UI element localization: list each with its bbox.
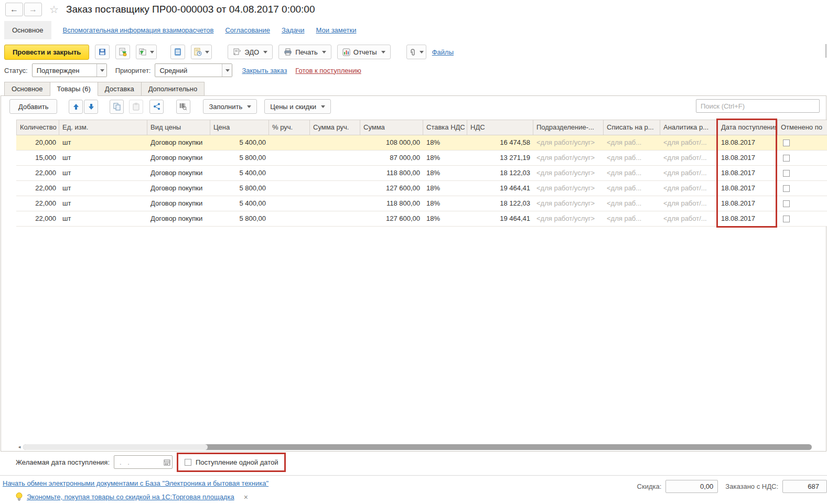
cell-price-type[interactable]: Договор покупки <box>147 196 210 211</box>
cell-department[interactable]: <для работ/услуг> <box>533 181 604 196</box>
promo-link[interactable]: Экономьте, покупая товары со скидкой на … <box>27 493 234 501</box>
status-select[interactable]: Подтвержден <box>32 63 107 77</box>
col-quantity[interactable]: Количество <box>16 120 59 135</box>
priority-dropdown-button[interactable] <box>222 64 232 77</box>
close-icon[interactable]: × <box>244 493 248 501</box>
cell-price-type[interactable]: Договор покупки <box>147 135 210 150</box>
cell-unit[interactable]: шт <box>59 151 147 165</box>
paste-row-button[interactable] <box>129 100 143 114</box>
cell-manual-pct[interactable] <box>269 211 310 226</box>
cell-vat[interactable]: 18 122,03 <box>467 196 533 211</box>
cell-price[interactable]: 5 400,00 <box>210 196 269 211</box>
post-document-button[interactable] <box>115 45 130 59</box>
col-manual-pct[interactable]: % руч. <box>269 120 310 135</box>
priority-select[interactable]: Средний <box>155 63 232 77</box>
cell-unit[interactable]: шт <box>59 196 147 211</box>
col-vat-rate[interactable]: Ставка НДС <box>423 120 467 135</box>
cell-unit[interactable]: шт <box>59 135 147 150</box>
share-button[interactable] <box>149 100 164 114</box>
cell-department[interactable]: <для работ/услуг> <box>533 196 604 211</box>
cancelled-checkbox[interactable] <box>783 216 790 222</box>
search-input[interactable] <box>696 100 819 112</box>
table-row[interactable]: 22,000 шт Договор покупки 5 400,00 118 8… <box>16 196 827 211</box>
edi-exchange-link[interactable]: Начать обмен электронными документами с … <box>3 479 268 487</box>
tab-delivery[interactable]: Доставка <box>98 82 142 96</box>
tab-additional[interactable]: Дополнительно <box>142 82 205 96</box>
cell-manual-pct[interactable] <box>269 151 310 165</box>
cancelled-checkbox[interactable] <box>783 170 790 177</box>
scrollbar-track[interactable] <box>23 444 812 450</box>
nav-item-approval[interactable]: Согласование <box>225 26 270 34</box>
cancelled-checkbox[interactable] <box>783 200 790 207</box>
close-order-link[interactable]: Закрыть заказ <box>242 67 287 74</box>
move-down-button[interactable] <box>84 100 98 114</box>
create-based-on-button[interactable] <box>136 45 157 59</box>
cell-vat[interactable]: 19 464,41 <box>467 211 533 226</box>
cell-analytics[interactable]: <для работ/... <box>660 166 718 180</box>
scroll-left-button[interactable]: ◂ <box>16 443 23 451</box>
document-log-button[interactable] <box>191 45 212 59</box>
search-field[interactable] <box>696 99 820 113</box>
table-row[interactable]: 22,000 шт Договор покупки 5 800,00 127 6… <box>16 211 827 227</box>
tab-main[interactable]: Основное <box>4 82 50 96</box>
cell-price[interactable]: 5 800,00 <box>210 211 269 226</box>
cell-manual-sum[interactable] <box>310 166 360 180</box>
cell-quantity[interactable]: 15,000 <box>16 151 59 165</box>
cell-price-type[interactable]: Договор покупки <box>147 211 210 226</box>
cell-price[interactable]: 5 800,00 <box>210 181 269 196</box>
move-up-button[interactable] <box>69 100 83 114</box>
cell-department[interactable]: <для работ/услуг> <box>533 211 604 226</box>
cell-department[interactable]: <для работ/услуг> <box>533 135 604 150</box>
col-sum[interactable]: Сумма <box>360 120 423 135</box>
cancelled-checkbox[interactable] <box>783 155 790 162</box>
horizontal-scrollbar[interactable]: ◂ <box>16 443 812 451</box>
cell-receipt-date[interactable]: 18.08.2017 <box>718 196 778 211</box>
cell-manual-pct[interactable] <box>269 196 310 211</box>
cell-sum[interactable]: 108 000,00 <box>360 135 423 150</box>
cell-receipt-date[interactable]: 18.08.2017 <box>718 211 778 226</box>
status-dropdown-button[interactable] <box>96 64 106 77</box>
cell-receipt-date[interactable]: 18.08.2017 <box>718 135 778 150</box>
nav-item-main[interactable]: Основное <box>4 21 51 39</box>
cell-writeoff[interactable]: <для раб... <box>604 151 660 165</box>
cell-vat-rate[interactable]: 18% <box>423 196 467 211</box>
cell-vat-rate[interactable]: 18% <box>423 151 467 165</box>
single-date-checkbox[interactable] <box>185 459 191 466</box>
cell-unit[interactable]: шт <box>59 181 147 196</box>
col-cancelled[interactable]: Отменено по <box>778 120 827 135</box>
cell-price[interactable]: 5 400,00 <box>210 166 269 180</box>
cell-department[interactable]: <для работ/услуг> <box>533 166 604 180</box>
cell-writeoff[interactable]: <для раб... <box>604 196 660 211</box>
post-and-close-button[interactable]: Провести и закрыть <box>4 45 89 60</box>
add-row-button[interactable]: Добавить <box>9 99 57 114</box>
ready-for-receipt-link[interactable]: Готов к поступлению <box>295 67 361 74</box>
cell-manual-pct[interactable] <box>269 166 310 180</box>
cell-analytics[interactable]: <для работ/... <box>660 135 718 150</box>
cell-sum[interactable]: 87 000,00 <box>360 151 423 165</box>
cell-vat[interactable]: 16 474,58 <box>467 135 533 150</box>
cell-vat-rate[interactable]: 18% <box>423 135 467 150</box>
cell-receipt-date[interactable]: 18.08.2017 <box>718 151 778 165</box>
cell-department[interactable]: <для работ/услуг> <box>533 151 604 165</box>
cell-vat[interactable]: 18 122,03 <box>467 166 533 180</box>
cell-sum[interactable]: 127 600,00 <box>360 181 423 196</box>
tab-goods[interactable]: Товары (6) <box>50 82 98 96</box>
col-writeoff[interactable]: Списать на р... <box>604 120 660 135</box>
favorite-star-icon[interactable]: ☆ <box>49 4 59 15</box>
cell-writeoff[interactable]: <для раб... <box>604 181 660 196</box>
cell-vat[interactable]: 13 271,19 <box>467 151 533 165</box>
col-unit[interactable]: Ед. изм. <box>59 120 147 135</box>
table-row[interactable]: 22,000 шт Договор покупки 5 400,00 118 8… <box>16 166 827 181</box>
cell-unit[interactable]: шт <box>59 211 147 226</box>
cell-writeoff[interactable]: <для раб... <box>604 135 660 150</box>
calendar-button[interactable] <box>162 456 172 468</box>
cell-manual-sum[interactable] <box>310 181 360 196</box>
cell-manual-sum[interactable] <box>310 135 360 150</box>
fill-button[interactable]: Заполнить <box>203 99 257 114</box>
nav-item-aux-info[interactable]: Вспомогательная информация взаиморасчето… <box>63 26 214 34</box>
reports-button[interactable]: Отчеты <box>337 45 391 59</box>
cell-quantity[interactable]: 22,000 <box>16 166 59 180</box>
nav-item-tasks[interactable]: Задачи <box>282 26 305 34</box>
edo-button[interactable]: ЭДО <box>228 45 273 59</box>
cell-vat-rate[interactable]: 18% <box>423 166 467 180</box>
